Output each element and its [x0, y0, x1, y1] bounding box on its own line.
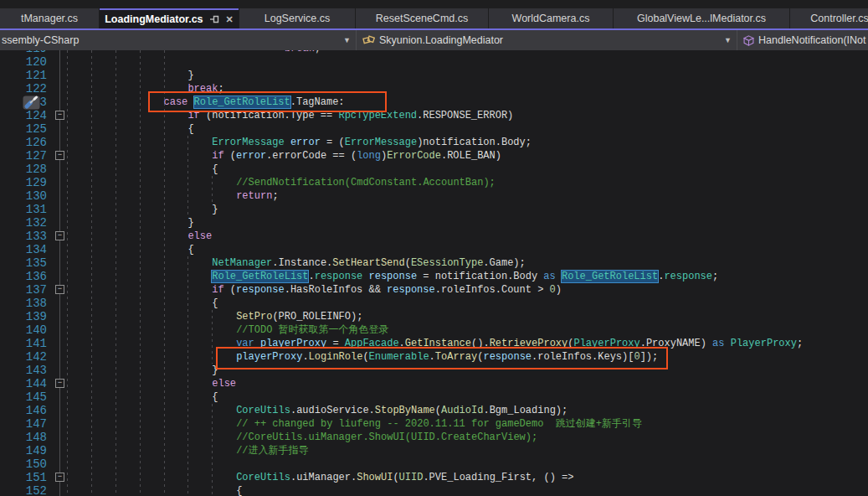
code-line-144[interactable]: 144else — [0, 377, 868, 390]
document-tab[interactable]: tManager.cs — [0, 8, 99, 28]
project-dropdown[interactable]: ssembly-CSharp ▼ — [0, 30, 357, 50]
code-line-131[interactable]: 131} — [0, 203, 868, 216]
collapse-region-icon[interactable]: − — [55, 111, 64, 120]
line-number: 128 — [0, 163, 47, 176]
code-line-142[interactable]: 142playerProxy.LoginRole(Enumerable.ToAr… — [0, 350, 868, 364]
collapse-region-icon[interactable]: − — [55, 379, 64, 388]
code-line-145[interactable]: 145{ — [0, 390, 868, 404]
line-number: 120 — [0, 55, 47, 69]
document-tab[interactable]: WorldCamera.cs — [489, 8, 613, 28]
code-text: { — [67, 484, 868, 496]
code-line-135[interactable]: 135NetManager.Instance.SetHeartSend(ESes… — [0, 256, 868, 270]
code-line-152[interactable]: 152{ — [0, 484, 868, 496]
code-line-129[interactable]: 129//SendNotification(CmdConstant.Accoun… — [0, 176, 868, 189]
line-number: 126 — [0, 136, 47, 149]
code-line-128[interactable]: 128{ — [0, 163, 868, 176]
line-number: 140 — [0, 323, 47, 337]
code-text: NetManager.Instance.SetHeartSend(ESessio… — [67, 256, 868, 270]
code-line-122[interactable]: 122break; — [0, 82, 868, 96]
code-line-121[interactable]: 121} — [0, 69, 868, 82]
document-tab[interactable]: GlobalViewLe...lMediator.cs — [614, 8, 789, 28]
line-number: 143 — [0, 364, 47, 377]
code-line-133[interactable]: 133else — [0, 230, 868, 243]
token: playerProxy — [236, 351, 302, 363]
token: .errorCode == ( — [266, 150, 357, 162]
token: .roleInfos.Keys)[ — [532, 351, 634, 363]
line-number: 137 — [0, 283, 47, 297]
code-line-123[interactable]: 123case Role_GetRoleList.TagName: — [0, 96, 868, 109]
token: //进入新手指导 — [236, 445, 308, 457]
code-line-147[interactable]: 147// ++ changed by liufeng -- 2020.11.1… — [0, 417, 868, 431]
chevron-down-icon[interactable]: ▼ — [724, 30, 732, 50]
token: { — [187, 244, 193, 256]
token — [556, 271, 562, 282]
close-tab-icon[interactable]: ✕ — [226, 11, 234, 28]
code-text: if (error.errorCode == (long)ErrorCode.R… — [67, 149, 868, 163]
code-line-134[interactable]: 134{ — [0, 243, 868, 256]
line-number: 134 — [0, 243, 47, 256]
code-line-120[interactable]: 120 — [0, 55, 868, 69]
document-tab[interactable]: LogService.cs — [239, 8, 355, 28]
collapse-region-icon[interactable]: − — [55, 285, 64, 294]
line-number: 122 — [0, 82, 47, 96]
code-line-127[interactable]: 127if (error.errorCode == (long)ErrorCod… — [0, 149, 868, 163]
token: } — [187, 70, 193, 81]
token: (notification.Type == — [200, 110, 339, 121]
token: (PRO_ROLEINFO); — [272, 311, 362, 323]
line-number: 127 — [0, 149, 47, 163]
line-number: 124 — [0, 109, 47, 122]
code-line-137[interactable]: 137if (response.HasRoleInfos && response… — [0, 283, 868, 297]
token: ShowUI — [357, 472, 393, 483]
code-line-151[interactable]: 151CoreUtils.uiManager.ShowUI(UIID.PVE_L… — [0, 471, 868, 484]
code-text: { — [67, 243, 868, 256]
collapse-region-icon[interactable]: − — [55, 151, 64, 160]
tab-label: tManager.cs — [21, 13, 78, 24]
code-text: //CoreUtils.uiManager.ShowUI(UIID.Create… — [67, 431, 868, 444]
collapse-region-icon[interactable]: − — [55, 473, 64, 482]
code-line-150[interactable]: 150 — [0, 457, 868, 471]
code-line-136[interactable]: 136Role_GetRoleList.response response = … — [0, 270, 868, 283]
code-line-143[interactable]: 143} — [0, 364, 868, 377]
code-line-146[interactable]: 146CoreUtils.audioService.StopByName(Aud… — [0, 404, 868, 417]
token: response — [236, 284, 285, 296]
document-tab[interactable]: ResetSceneCmd.cs — [356, 8, 488, 28]
line-number: 145 — [0, 390, 47, 404]
token: 0 — [550, 284, 556, 296]
tab-label: LoadingMediator.cs — [105, 11, 203, 28]
reference-highlight: Role_GetRoleList — [562, 271, 658, 282]
line-number: 136 — [0, 270, 47, 283]
document-tab[interactable]: LoadingMediator.cs✕ — [100, 8, 239, 28]
token: ; — [712, 271, 718, 282]
pin-tab-icon[interactable] — [209, 14, 220, 24]
token: playerProxy — [260, 338, 326, 349]
code-text: if (notification.Type == RpcTypeExtend.R… — [67, 109, 868, 122]
token: (). — [471, 338, 490, 349]
code-line-148[interactable]: 148//CoreUtils.uiManager.ShowUI(UIID.Cre… — [0, 431, 868, 444]
code-line-149[interactable]: 149//进入新手指导 — [0, 444, 868, 457]
line-number: 151 — [0, 471, 47, 484]
code-line-130[interactable]: 130return; — [0, 189, 868, 203]
code-line-124[interactable]: 124if (notification.Type == RpcTypeExten… — [0, 109, 868, 122]
token: = — [326, 338, 345, 349]
code-line-139[interactable]: 139SetPro(PRO_ROLEINFO); — [0, 310, 868, 323]
token: long — [357, 150, 381, 162]
token: response — [664, 271, 712, 282]
code-line-138[interactable]: 138{ — [0, 297, 868, 310]
token: NetManager — [212, 257, 272, 269]
chevron-down-icon[interactable]: ▼ — [343, 30, 351, 50]
token: { — [236, 485, 242, 496]
code-line-125[interactable]: 125{ — [0, 122, 868, 136]
tab-label: LogService.cs — [265, 13, 331, 24]
member-dropdown[interactable]: HandleNotification(INot — [737, 30, 868, 50]
token: ( — [393, 472, 398, 483]
token: case — [164, 96, 188, 108]
document-tab[interactable]: Controller.cs — [790, 8, 868, 28]
tab-label: WorldCamera.cs — [512, 13, 590, 24]
code-line-141[interactable]: 141var playerProxy = AppFacade.GetInstan… — [0, 337, 868, 350]
code-line-140[interactable]: 140//TODO 暂时获取第一个角色登录 — [0, 323, 868, 337]
collapse-region-icon[interactable]: − — [55, 231, 64, 240]
code-line-132[interactable]: 132} — [0, 216, 868, 230]
code-editor[interactable]: 119break;120121}122break;123case Role_Ge… — [0, 50, 868, 496]
type-dropdown[interactable]: Skyunion.LoadingMediator ▼ — [357, 30, 737, 50]
code-line-126[interactable]: 126ErrorMessage error = (ErrorMessage)no… — [0, 136, 868, 149]
